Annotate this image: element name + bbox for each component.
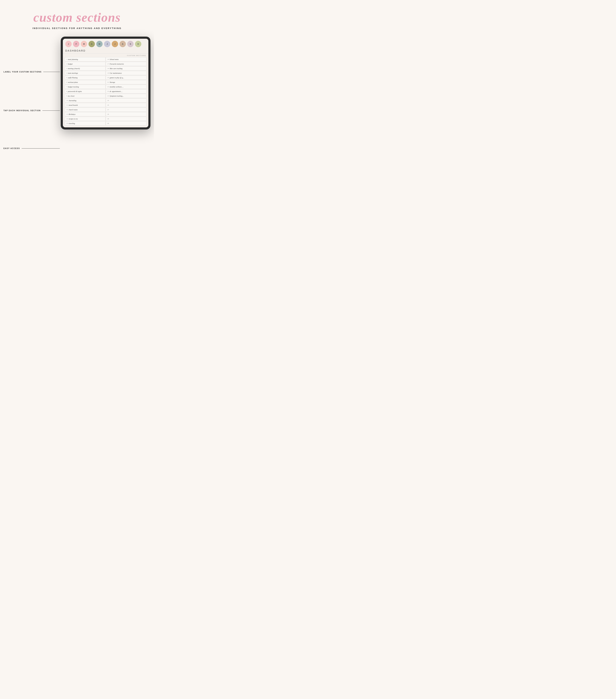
section-number: 20 — [107, 77, 109, 78]
section-text: Birthdays — [69, 113, 76, 115]
month-tab-j-6[interactable]: J — [112, 41, 118, 47]
section-item[interactable]: 6workout plans — [65, 80, 105, 84]
tablet-container: JFMAMJJASO DASHBOARD CUSTOM SECTIONS 1me… — [60, 37, 150, 130]
section-item[interactable]: 27 — [106, 107, 146, 112]
month-tab-m-4[interactable]: M — [96, 41, 103, 47]
section-item[interactable]: 12church notes — [65, 107, 105, 112]
section-text: recipes to try — [69, 118, 78, 120]
section-number: 21 — [107, 81, 109, 83]
section-text: church notes — [69, 109, 78, 111]
main-title: custom sections — [0, 11, 154, 25]
section-text: traveling — [69, 122, 75, 124]
section-text: Storage — [110, 81, 115, 83]
custom-sections-header: CUSTOM SECTIONS — [63, 54, 148, 57]
month-tab-m-2[interactable]: M — [81, 41, 87, 47]
section-text: dr. appointment ... — [110, 90, 122, 92]
section-number: 22 — [107, 86, 109, 88]
subtitle: INDIVIDUAL SECTIONS FOR ANYTHING AND EVE… — [0, 27, 154, 29]
month-tab-s-8[interactable]: S — [127, 41, 134, 47]
section-text: monthly wellness ... — [110, 86, 123, 88]
section-number: 26 — [107, 104, 109, 106]
section-item[interactable]: 3meeting (church) — [65, 66, 105, 70]
section-text: Journaling — [69, 100, 76, 102]
section-number: 23 — [107, 91, 109, 92]
section-number: 9 — [66, 95, 67, 97]
section-item[interactable]: 2budget — [65, 62, 105, 66]
section-text: meal planning — [68, 58, 78, 60]
section-text: budget tracking — [68, 86, 79, 88]
section-text: my closet — [68, 95, 75, 97]
month-tab-j-0[interactable]: J — [65, 41, 71, 47]
section-item[interactable]: 17Favourite memories — [106, 62, 146, 66]
section-number: 10 — [66, 100, 68, 101]
annotation-access: EASY ACCESS — [3, 147, 60, 149]
section-number: 24 — [107, 95, 109, 97]
section-number: 29 — [107, 118, 109, 120]
section-item[interactable]: 29 — [106, 117, 146, 121]
section-item[interactable]: 16School notes — [106, 57, 146, 62]
section-number: 13 — [66, 114, 68, 115]
section-number: 11 — [66, 104, 68, 106]
section-item[interactable]: 22monthly wellness ... — [106, 84, 146, 89]
dashboard-header: DASHBOARD — [63, 49, 148, 54]
section-text: team meetings — [68, 72, 78, 74]
section-text: Skin care tracking — [110, 68, 122, 69]
month-tab-j-5[interactable]: J — [104, 41, 110, 47]
month-tab-o-9[interactable]: O — [135, 41, 141, 47]
header: custom sections INDIVIDUAL SECTIONS FOR … — [0, 7, 154, 31]
section-item[interactable]: 11mood boards — [65, 103, 105, 107]
month-tabs: JFMAMJJASO — [63, 39, 148, 49]
section-item[interactable]: 5outfit Planing — [65, 76, 105, 80]
section-number: 25 — [107, 100, 109, 101]
section-item[interactable]: 26 — [106, 103, 146, 107]
annotation-access-text: EASY ACCESS — [3, 147, 20, 149]
month-tab-a-7[interactable]: A — [119, 41, 126, 47]
page-container: custom sections INDIVIDUAL SECTIONS FOR … — [0, 0, 154, 175]
section-item[interactable]: 19Car maintenance — [106, 71, 146, 75]
section-item[interactable]: 20games to play @ g... — [106, 76, 146, 80]
section-text: workout plans — [68, 81, 78, 83]
section-text: outfit Planing — [68, 77, 77, 79]
section-item[interactable]: 13Birthdays — [65, 112, 105, 116]
annotations-panel: LABEL YOUR CUSTOM SECTIONS TAP EACH INDI… — [3, 37, 60, 130]
section-item[interactable]: 21Storage — [106, 80, 146, 84]
month-tab-f-1[interactable]: F — [73, 41, 79, 47]
section-item[interactable]: 28 — [106, 112, 146, 116]
section-item[interactable]: 25 — [106, 98, 146, 103]
section-item[interactable]: 15traveling — [65, 121, 105, 126]
section-text: Car maintenance — [110, 72, 122, 74]
section-text: games to play @ g... — [110, 77, 124, 79]
section-item[interactable]: 24Symptom tracking... — [106, 94, 146, 98]
annotation-label: LABEL YOUR CUSTOM SECTIONS — [3, 71, 60, 73]
section-text: meeting (church) — [68, 68, 80, 69]
section-number: 3 — [66, 68, 67, 69]
tablet-screen: JFMAMJJASO DASHBOARD CUSTOM SECTIONS 1me… — [63, 39, 148, 127]
section-item[interactable]: 10Journaling — [65, 98, 105, 103]
section-text: Symptom tracking... — [110, 95, 124, 97]
sections-grid: 1meal planning16School notes2budget17Fav… — [63, 57, 148, 127]
section-item[interactable]: 8passwords & logins — [65, 89, 105, 93]
section-item[interactable]: 14recipes to try — [65, 117, 105, 121]
section-number: 17 — [107, 63, 109, 65]
section-number: 5 — [66, 77, 67, 78]
section-item[interactable]: 1meal planning — [65, 57, 105, 62]
section-number: 12 — [66, 109, 68, 110]
section-item[interactable]: 18Skin care tracking — [106, 66, 146, 70]
section-text: passwords & logins — [68, 90, 82, 92]
section-item[interactable]: 30 — [106, 121, 146, 126]
section-number: 14 — [66, 118, 68, 120]
section-number: 6 — [66, 81, 67, 83]
section-item[interactable]: 4team meetings — [65, 71, 105, 75]
section-number: 27 — [107, 109, 109, 110]
section-number: 1 — [66, 58, 67, 60]
section-item[interactable]: 7budget tracking — [65, 84, 105, 89]
section-number: 2 — [66, 63, 67, 65]
section-number: 19 — [107, 72, 109, 74]
month-tab-a-3[interactable]: A — [89, 41, 95, 47]
section-number: 15 — [66, 123, 68, 124]
section-item[interactable]: 23dr. appointment ... — [106, 89, 146, 93]
section-number: 16 — [107, 58, 109, 60]
tablet-frame: JFMAMJJASO DASHBOARD CUSTOM SECTIONS 1me… — [61, 37, 150, 130]
section-item[interactable]: 9my closet — [65, 94, 105, 98]
section-text: mood boards — [69, 104, 78, 106]
